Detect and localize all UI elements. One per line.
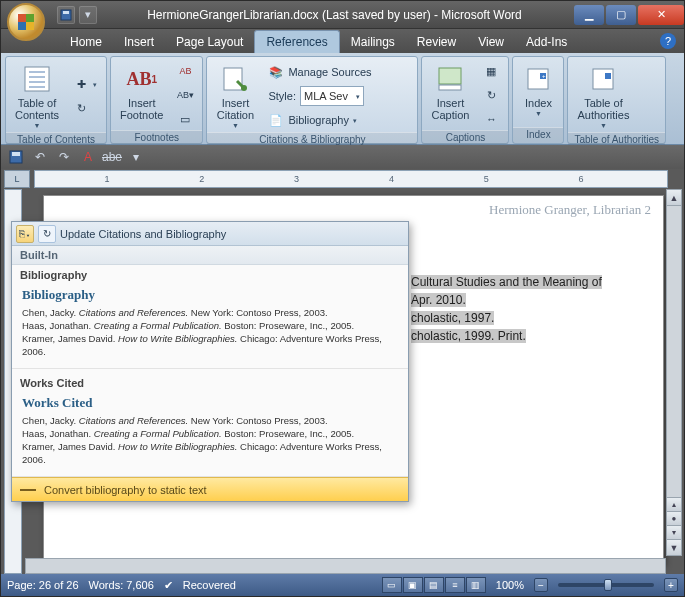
- caption-icon: [434, 63, 466, 95]
- gallery-item-works-cited[interactable]: Works Cited Chen, Jacky. Citations and R…: [12, 389, 408, 477]
- group-footnotes: AB1 Insert Footnote AB AВ▾ ▭ Footnotes: [110, 56, 203, 144]
- status-bar: Page: 26 of 26 Words: 7,606 ✔ Recovered …: [1, 574, 684, 596]
- group-label-toc: Table of Contents: [6, 132, 106, 146]
- view-print-layout-icon[interactable]: ▭: [382, 577, 402, 593]
- tab-insert[interactable]: Insert: [113, 31, 165, 53]
- window-title: HermioneGrangerLibrarian.docx (Last save…: [97, 8, 572, 22]
- qb-font-color-icon[interactable]: A: [79, 148, 97, 166]
- status-words[interactable]: Words: 7,606: [89, 579, 154, 591]
- convert-to-static-text-button[interactable]: Convert bibliography to static text: [12, 477, 408, 501]
- ribbon: Table of Contents ▼ ✚▾ ↻ Table of Conten…: [1, 53, 684, 145]
- qb-dropdown-icon[interactable]: ▾: [127, 148, 145, 166]
- status-proofing-icon[interactable]: ✔: [164, 579, 173, 592]
- tab-mailings[interactable]: Mailings: [340, 31, 406, 53]
- svg-text:+: +: [542, 73, 546, 79]
- vertical-scrollbar[interactable]: ▲ ▼ ▾ ● ▴: [666, 189, 682, 556]
- qb-undo-icon[interactable]: ↶: [31, 148, 49, 166]
- view-full-screen-icon[interactable]: ▣: [403, 577, 423, 593]
- scroll-down-icon[interactable]: ▼: [667, 539, 681, 555]
- footnote-icon: AB1: [126, 63, 158, 95]
- horizontal-scrollbar[interactable]: [25, 558, 666, 574]
- group-label-captions: Captions: [422, 130, 508, 144]
- tab-page-layout[interactable]: Page Layout: [165, 31, 254, 53]
- zoom-slider[interactable]: [558, 583, 654, 587]
- update-table-figures-button[interactable]: ↻: [478, 84, 504, 106]
- update-bibliography-button[interactable]: Update Citations and Bibliography: [60, 228, 226, 240]
- zoom-in-button[interactable]: +: [664, 578, 678, 592]
- toc-icon: [21, 63, 53, 95]
- cross-reference-button[interactable]: ↔: [478, 108, 504, 130]
- index-button[interactable]: + Index ▼: [517, 60, 559, 127]
- qat-dropdown-icon[interactable]: ▾: [79, 6, 97, 24]
- svg-point-8: [241, 85, 247, 91]
- manage-sources-button[interactable]: 📚Manage Sources: [263, 61, 413, 83]
- close-button[interactable]: ✕: [638, 5, 684, 25]
- qb-save-icon[interactable]: [7, 148, 25, 166]
- zoom-slider-thumb[interactable]: [604, 579, 612, 591]
- manage-sources-icon: 📚: [268, 64, 284, 80]
- minimize-button[interactable]: ▁: [574, 5, 604, 25]
- tab-review[interactable]: Review: [406, 31, 467, 53]
- bibliography-gallery: ⎘▾ ↻ Update Citations and Bibliography B…: [11, 221, 409, 502]
- table-figures-icon: ▦: [483, 63, 499, 79]
- scroll-up-icon[interactable]: ▲: [667, 190, 681, 206]
- view-web-icon[interactable]: ▤: [424, 577, 444, 593]
- view-outline-icon[interactable]: ≡: [445, 577, 465, 593]
- insert-endnote-button[interactable]: AB: [172, 60, 198, 82]
- show-notes-button[interactable]: ▭: [172, 108, 198, 130]
- bibliography-reference: Kramer, James David. How to Write Biblio…: [22, 332, 398, 358]
- convert-icon: [20, 489, 36, 491]
- add-text-button[interactable]: ✚▾: [68, 73, 102, 95]
- update-icon: ↻: [73, 100, 89, 116]
- cross-ref-icon: ↔: [483, 111, 499, 127]
- gallery-section-built-in: Built-In: [12, 246, 408, 265]
- tab-add-ins[interactable]: Add-Ins: [515, 31, 578, 53]
- citation-style-selector[interactable]: Style: MLA Sev▾: [263, 85, 413, 107]
- svg-rect-15: [605, 73, 611, 79]
- maximize-button[interactable]: ▢: [606, 5, 636, 25]
- help-icon[interactable]: ?: [660, 33, 676, 49]
- insert-footnote-button[interactable]: AB1 Insert Footnote: [115, 60, 168, 130]
- style-combo[interactable]: MLA Sev▾: [300, 86, 364, 106]
- zoom-out-button[interactable]: −: [534, 578, 548, 592]
- office-button[interactable]: [7, 3, 45, 41]
- status-recovered: Recovered: [183, 579, 236, 591]
- tab-home[interactable]: Home: [59, 31, 113, 53]
- insert-table-figures-button[interactable]: ▦: [478, 60, 504, 82]
- insert-citation-button[interactable]: Insert Citation ▼: [211, 60, 259, 132]
- table-of-contents-button[interactable]: Table of Contents ▼: [10, 60, 64, 132]
- qat-save-icon[interactable]: [57, 6, 75, 24]
- browse-object-icon[interactable]: ●: [667, 511, 681, 525]
- group-table-of-contents: Table of Contents ▼ ✚▾ ↻ Table of Conten…: [5, 56, 107, 144]
- bibliography-gallery-header: ⎘▾ ↻ Update Citations and Bibliography: [12, 222, 408, 246]
- tab-references[interactable]: References: [254, 30, 339, 53]
- next-footnote-icon: AВ▾: [177, 87, 193, 103]
- ruler-tab-selector[interactable]: L: [4, 170, 30, 188]
- group-table-of-authorities: Table of Authorities ▼ Table of Authorit…: [567, 56, 666, 144]
- group-label-citations: Citations & Bibliography: [207, 132, 417, 146]
- prev-page-icon[interactable]: ▴: [667, 497, 681, 511]
- show-notes-icon: ▭: [177, 111, 193, 127]
- view-draft-icon[interactable]: ▥: [466, 577, 486, 593]
- bibliography-options-icon[interactable]: ⎘▾: [16, 225, 34, 243]
- gallery-item-works-cited-label: Works Cited: [12, 369, 408, 389]
- bibliography-button[interactable]: 📄Bibliography▾: [263, 109, 413, 131]
- insert-caption-button[interactable]: Insert Caption: [426, 60, 474, 130]
- horizontal-ruler[interactable]: 1 2 3 4 5 6: [34, 170, 668, 188]
- update-bibliography-icon[interactable]: ↻: [38, 225, 56, 243]
- zoom-level[interactable]: 100%: [496, 579, 524, 591]
- status-page[interactable]: Page: 26 of 26: [7, 579, 79, 591]
- qb-strikethrough-icon[interactable]: abe: [103, 148, 121, 166]
- quick-access-toolbar: ▾: [57, 6, 97, 24]
- group-label-authorities: Table of Authorities: [568, 132, 665, 146]
- qb-redo-icon[interactable]: ↷: [55, 148, 73, 166]
- chevron-down-icon: ▼: [232, 122, 239, 129]
- svg-rect-10: [439, 85, 461, 90]
- next-page-icon[interactable]: ▾: [667, 525, 681, 539]
- tab-view[interactable]: View: [467, 31, 515, 53]
- group-captions: Insert Caption ▦ ↻ ↔ Captions: [421, 56, 509, 144]
- table-of-authorities-button[interactable]: Table of Authorities ▼: [572, 60, 634, 132]
- update-table-button[interactable]: ↻: [68, 97, 102, 119]
- gallery-item-bibliography[interactable]: Bibliography Chen, Jacky. Citations and …: [12, 281, 408, 369]
- next-footnote-button[interactable]: AВ▾: [172, 84, 198, 106]
